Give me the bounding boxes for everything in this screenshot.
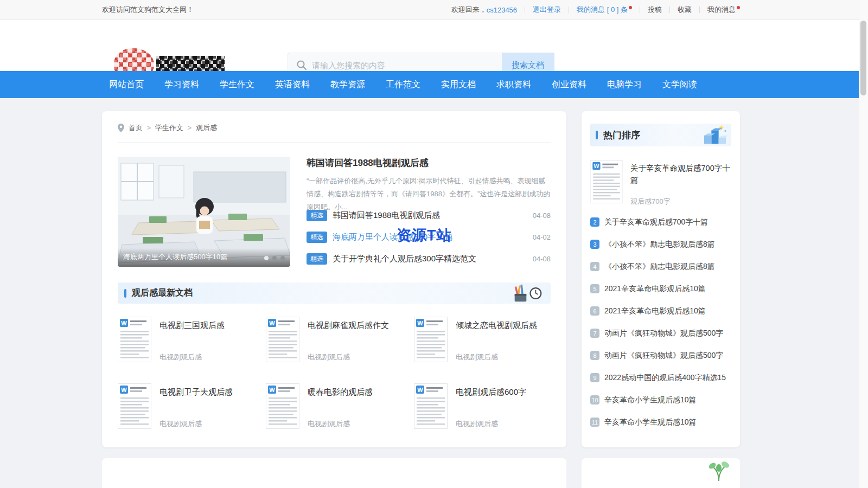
nav-item-computer[interactable]: 电脑学习: [607, 71, 642, 98]
carousel-dot-active[interactable]: [264, 256, 269, 260]
rank-badge: 8: [590, 351, 599, 360]
nav-item-home[interactable]: 网站首页: [109, 71, 144, 98]
my-messages-link[interactable]: 我的消息: [707, 5, 740, 15]
doc-title[interactable]: 倾城之恋电视剧观后感: [456, 320, 551, 331]
hot-list-item[interactable]: 9 2022感动中国的观后感400字精选15: [590, 367, 731, 389]
carousel-dot[interactable]: [280, 256, 285, 260]
messages-count-link[interactable]: 我的消息 [ 0 ] 条: [577, 5, 632, 15]
featured-item-link[interactable]: 韩国请回答1988电视剧观后感: [333, 210, 527, 221]
my-messages-label[interactable]: 我的消息: [707, 5, 736, 14]
next-section-card: [102, 458, 566, 488]
nav-item-teaching[interactable]: 教学资源: [330, 71, 365, 98]
site-welcome-text: 欢迎访问范文狗范文大全网！: [102, 0, 194, 20]
nav-item-practical-docs[interactable]: 实用文档: [441, 71, 476, 98]
featured-list-item[interactable]: 精选 韩国请回答1988电视剧观后感 04-08: [307, 204, 551, 226]
featured-item-date: 04-08: [533, 211, 551, 220]
hot-item-title[interactable]: 辛亥革命小学生观后感10篇: [604, 395, 697, 405]
hot-rank-1-title[interactable]: 关于辛亥革命观后感700字十篇: [630, 162, 731, 186]
carousel-caption[interactable]: 海底两万里个人读后感500字10篇: [123, 252, 227, 262]
breadcrumb-student-essays[interactable]: 学生作文: [155, 123, 183, 133]
rank-badge: 10: [590, 395, 599, 404]
rank-badge: 5: [590, 284, 599, 293]
username-link[interactable]: cs123456: [487, 6, 517, 14]
logout-link[interactable]: 退出登录: [533, 5, 561, 15]
doc-card[interactable]: 电视剧三国观后感 电视剧观后感: [118, 317, 255, 374]
hot-list-item[interactable]: 10 辛亥革命小学生观后感10篇: [590, 389, 731, 411]
doc-title[interactable]: 电视剧卫子夫观后感: [159, 387, 255, 397]
doc-card[interactable]: 倾城之恋电视剧观后感 电视剧观后感: [414, 317, 551, 374]
hot-item-title[interactable]: 2022感动中国的观后感400字精选15: [604, 373, 726, 383]
location-pin-icon: [118, 124, 124, 132]
hot-item-title[interactable]: 《小孩不笨》励志电影观后感8篇: [604, 262, 715, 272]
nav-item-literature[interactable]: 文学阅读: [662, 71, 697, 98]
divider: [699, 7, 700, 13]
next-sidebar-card: [582, 458, 740, 488]
doc-title[interactable]: 电视剧观后感600字: [456, 387, 551, 397]
hot-list-item[interactable]: 7 动画片《疯狂动物城》观后感500字: [590, 322, 731, 344]
submit-post-link[interactable]: 投稿: [648, 5, 662, 15]
hot-list-item[interactable]: 5 2021辛亥革命电影观后感10篇: [590, 278, 731, 300]
favorites-link[interactable]: 收藏: [678, 5, 692, 15]
hot-rank-1-category: 观后感700字: [630, 197, 671, 207]
carousel-dots: [264, 256, 285, 260]
doc-category: 电视剧观后感: [308, 419, 350, 429]
carousel-dot[interactable]: [272, 256, 277, 260]
hot-item-title[interactable]: 2021辛亥革命电影观后感10篇: [604, 284, 706, 294]
nav-item-startup[interactable]: 创业资料: [552, 71, 586, 98]
scrollbar-thumb[interactable]: [860, 21, 866, 95]
featured-carousel[interactable]: 海底两万里个人读后感500字10篇: [118, 157, 290, 267]
breadcrumb-separator: >: [147, 124, 151, 132]
rank-badge: 6: [590, 306, 599, 316]
main-content-card: 首页 > 学生作文 > 观后感 海底两万里个人读后感500字10篇 韩国请回答1…: [102, 111, 566, 447]
hot-item-title[interactable]: 关于辛亥革命观后感700字十篇: [604, 217, 708, 227]
featured-list-item[interactable]: 精选 关于开学典礼个人观后感300字精选范文 04-08: [307, 248, 551, 269]
hot-list-item[interactable]: 11 辛亥革命小学生观后感10篇: [590, 411, 731, 433]
featured-article-title[interactable]: 韩国请回答1988电视剧观后感: [307, 157, 551, 169]
doc-category: 电视剧观后感: [308, 352, 350, 362]
featured-item-date: 04-08: [533, 255, 551, 263]
hot-list-item[interactable]: 2 关于辛亥革命观后感700字十篇: [590, 211, 731, 233]
doc-category: 电视剧观后感: [456, 352, 498, 362]
hot-list-item[interactable]: 8 动画片《疯狂动物城》观后感500字: [590, 344, 731, 367]
divider: [118, 142, 551, 143]
word-doc-thumbnail-icon: [414, 383, 448, 429]
word-doc-thumbnail-icon: [590, 160, 623, 203]
doc-title[interactable]: 暖春电影的观后感: [308, 387, 403, 397]
doc-title[interactable]: 电视剧三国观后感: [159, 320, 255, 331]
messages-count-label[interactable]: 我的消息 [ 0 ] 条: [577, 5, 628, 14]
hot-section-title: 热门排序: [603, 129, 640, 142]
hot-list-item[interactable]: 6 2021辛亥革命电影观后感10篇: [590, 300, 731, 322]
watermark-text: 资源T站: [397, 226, 452, 245]
hot-item-title[interactable]: 动画片《疯狂动物城》观后感500字: [604, 329, 723, 338]
hot-item-title[interactable]: 2021辛亥革命电影观后感10篇: [604, 306, 706, 316]
breadcrumb-home[interactable]: 首页: [129, 123, 143, 133]
hot-item-title[interactable]: 《小孩不笨》励志电影观后感8篇: [604, 240, 715, 249]
hot-item-title[interactable]: 辛亥革命小学生观后感10篇: [604, 418, 697, 427]
rank-badge: 7: [590, 329, 599, 338]
nav-item-study[interactable]: 学习资料: [164, 71, 199, 98]
word-doc-thumbnail-icon: [414, 317, 448, 362]
latest-section-title: 观后感最新文档: [132, 287, 193, 299]
nav-item-student-essays[interactable]: 学生作文: [220, 71, 254, 98]
nav-item-work-docs[interactable]: 工作范文: [386, 71, 420, 98]
featured-badge: 精选: [307, 232, 327, 243]
doc-card[interactable]: 暖春电影的观后感 电视剧观后感: [266, 383, 403, 441]
nav-item-job-seeking[interactable]: 求职资料: [496, 71, 531, 98]
hot-item-title[interactable]: 动画片《疯狂动物城》观后感500字: [604, 351, 723, 361]
hot-rank-1-item[interactable]: 关于辛亥革命观后感700字十篇 观后感700字: [590, 160, 731, 210]
topbar-user-menu: 欢迎回来， cs123456 退出登录 我的消息 [ 0 ] 条 投稿 收藏 我…: [451, 0, 740, 20]
welcome-back-text: 欢迎回来，: [451, 5, 487, 15]
scrollbar-track[interactable]: [859, 0, 868, 488]
hot-list-item[interactable]: 4 《小孩不笨》励志电影观后感8篇: [590, 255, 731, 278]
hot-list-item[interactable]: 3 《小孩不笨》励志电影观后感8篇: [590, 233, 731, 255]
divider: [569, 7, 569, 13]
latest-section-header: 观后感最新文档: [118, 282, 551, 304]
doc-card[interactable]: 电视剧卫子夫观后感 电视剧观后感: [118, 383, 255, 441]
featured-item-link[interactable]: 关于开学典礼个人观后感300字精选范文: [333, 254, 527, 264]
doc-card[interactable]: 电视剧观后感600字 电视剧观后感: [414, 383, 551, 441]
rank-badge: 4: [590, 262, 599, 271]
nav-item-english[interactable]: 英语资料: [275, 71, 310, 98]
doc-card[interactable]: 电视剧麻雀观后感作文 电视剧观后感: [266, 317, 403, 374]
featured-badge: 精选: [307, 210, 327, 221]
doc-title[interactable]: 电视剧麻雀观后感作文: [308, 320, 403, 331]
